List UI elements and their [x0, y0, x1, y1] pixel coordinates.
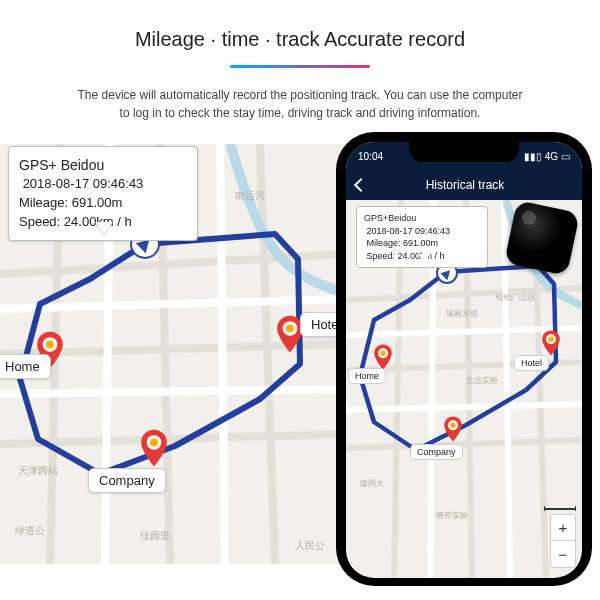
phone-infobox-pointer: [418, 254, 430, 262]
scale-bar: [544, 508, 576, 510]
map-label: 建国大: [360, 478, 384, 489]
status-time: 10:04: [358, 151, 383, 162]
overview-map[interactable]: 南运河 天津西站 人民公 佳园里 绿道公 Hotel Home Company …: [0, 144, 345, 564]
map-label: 绿道公: [15, 524, 45, 538]
phone-infobox-mode: GPS+Beidou: [364, 212, 480, 225]
svg-point-11: [450, 423, 456, 429]
svg-point-9: [380, 351, 386, 357]
map-label: 铃铛门店区: [496, 292, 536, 303]
infobox-timestamp: 2018-08-17 09:46:43: [19, 175, 187, 194]
gps-device-image: [504, 200, 580, 276]
infobox-mode: GPS+ Beidou: [19, 155, 187, 175]
subtitle-line: to log in to check the stay time, drivin…: [120, 106, 481, 120]
phone-infobox-mileage: Mileage: 691.00m: [364, 237, 480, 250]
pin-home-label: Home: [0, 354, 51, 379]
page-title: Mileage · time · track Accurate record: [0, 28, 600, 51]
svg-point-7: [548, 337, 554, 343]
pin-company-label: Company: [88, 468, 166, 493]
map-label: 达达实验: [466, 375, 498, 386]
phone-mockup: 10:04 ▮▮▯ 4G ▭ Historical track: [336, 132, 592, 586]
map-label: 南运河: [235, 189, 265, 203]
svg-point-3: [46, 340, 54, 348]
pin-company[interactable]: [132, 426, 176, 470]
map-label: 佳园里: [140, 529, 170, 543]
phone-pin-company[interactable]: [438, 414, 468, 444]
phone-screen: 10:04 ▮▮▯ 4G ▭ Historical track: [346, 142, 582, 578]
phone-pin-hotel[interactable]: [536, 328, 566, 358]
network-label: 4G: [545, 151, 558, 162]
phone-pin-home-label: Home: [348, 368, 386, 384]
subtitle-line: The device will automatically record the…: [78, 88, 523, 102]
map-label: 城厢东道: [446, 308, 478, 319]
phone-pin-hotel-label: Hotel: [514, 355, 549, 371]
phone-notch: [409, 142, 519, 162]
zoom-out-button[interactable]: −: [551, 541, 575, 567]
map-label: 南开实验: [436, 510, 468, 521]
gradient-divider: [230, 65, 370, 68]
zoom-in-button[interactable]: +: [551, 515, 575, 541]
nav-bar: Historical track: [346, 170, 582, 200]
phone-map[interactable]: 城厢东道 铃铛门店区 达达实验 建国大 南开实验 Hotel Home Comp…: [346, 200, 582, 578]
battery-icon: ▭: [561, 151, 570, 162]
phone-infobox-timestamp: 2018-08-17 09:46:43: [364, 225, 480, 238]
signal-icon: ▮▮▯: [524, 151, 542, 162]
infobox-mileage: Mileage: 691.00m: [19, 194, 187, 213]
page-subtitle: The device will automatically record the…: [0, 86, 600, 122]
map-label: 人民公: [295, 539, 325, 553]
svg-point-5: [150, 438, 158, 446]
nav-title: Historical track: [358, 178, 572, 192]
zoom-control: + −: [550, 514, 576, 568]
figure-area: 南运河 天津西站 人民公 佳园里 绿道公 Hotel Home Company …: [0, 136, 600, 586]
svg-point-1: [286, 324, 294, 332]
phone-pin-company-label: Company: [410, 444, 463, 460]
infobox-pointer: [95, 222, 113, 234]
map-label: 天津西站: [18, 464, 58, 478]
